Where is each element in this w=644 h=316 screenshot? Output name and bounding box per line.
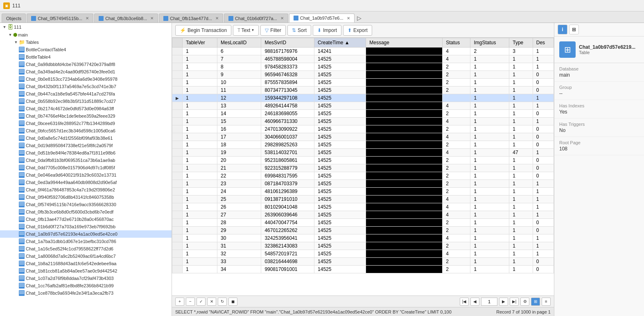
table-row[interactable]: 113489264144758145254111 bbox=[172, 102, 554, 110]
tree-item-table[interactable]: Chat_0dd7705c008e0157906d4d97c1df085f bbox=[0, 164, 172, 171]
tree-item-main[interactable]: ▼ ⬢ main bbox=[0, 31, 172, 39]
tab-chat5[interactable]: Chat_1a0b97d57e6... ✕ bbox=[289, 14, 355, 23]
tree-item-table[interactable]: Chat_0fb3b3ce6b8d0cf5600d3cbd6b7e0edf bbox=[0, 208, 172, 216]
table-row[interactable]: 111807347713045145252110 bbox=[172, 86, 554, 94]
table-row[interactable]: 130324253956041145254111 bbox=[172, 234, 554, 242]
discard-button[interactable]: ✕ bbox=[207, 298, 216, 306]
table-row[interactable]: 116247013090922145252110 bbox=[172, 125, 554, 133]
col-header-des[interactable]: Des bbox=[533, 38, 554, 48]
col-header-tableVer[interactable]: TableVer bbox=[183, 38, 217, 48]
tab-close-1[interactable]: ✕ bbox=[86, 16, 89, 20]
tree-item-table[interactable]: Chat_0f461a786487853c4a7c19d2f39806e2 bbox=[0, 186, 172, 193]
table-row[interactable]: 123087184703379145252111 bbox=[172, 180, 554, 188]
settings-button[interactable]: ⚙ bbox=[520, 298, 529, 306]
apply-button[interactable]: ✓ bbox=[197, 298, 206, 306]
tree-item-table[interactable]: Chat_1b8a211688d43ad1fc6e542edebee9aa bbox=[0, 260, 172, 267]
last-page-button[interactable]: ▶| bbox=[510, 298, 519, 306]
tree-item-table[interactable]: Chat_0b74766ef4bc1de9ebee359a2feee329 bbox=[0, 112, 172, 120]
info-icon-btn[interactable]: i bbox=[558, 25, 567, 34]
tabs-overflow[interactable]: ▷ bbox=[355, 14, 363, 23]
tree-item-table[interactable]: Chat_0bcee6316fe288952c77fb1344289bd9 bbox=[0, 120, 172, 127]
table-row[interactable]: 133038216444698145252110 bbox=[172, 258, 554, 266]
tree-item-table[interactable]: Chat_1b81ccb81a5b84a0ee57ae0c9d442542 bbox=[0, 267, 172, 275]
col-header-mesSvrID[interactable]: MesSvrID bbox=[261, 38, 314, 48]
tree-item-table[interactable]: Chat_0ed3a9944e49aa640db9808d2d90e5af bbox=[0, 179, 172, 186]
table-row[interactable]: 129467012265262145252110 bbox=[172, 227, 554, 234]
tree-item-table[interactable]: BottleContactTable4 bbox=[0, 46, 172, 53]
col-header-createTime[interactable]: CreateTime ▲ bbox=[314, 38, 366, 48]
table-row[interactable]: 121922315288779145252110 bbox=[172, 164, 554, 172]
page-number-input[interactable] bbox=[481, 298, 497, 306]
tree-item-table[interactable]: Chat_1a16c5ed52f4c1cd79558622ff77d2d6 bbox=[0, 245, 172, 252]
tree-item-table[interactable]: Chat_0b432b0f1137a5469a7e5c3cd741e3b7 bbox=[0, 83, 172, 90]
table-row[interactable]: 127263906039646145254111 bbox=[172, 211, 554, 219]
col-header-message[interactable]: Message bbox=[366, 38, 443, 48]
first-page-button[interactable]: |◀ bbox=[460, 298, 469, 306]
prev-page-button[interactable]: ◀ bbox=[470, 298, 479, 306]
next-page-button[interactable]: ▶ bbox=[499, 298, 508, 306]
import-button[interactable]: ⬇ Import bbox=[313, 25, 341, 36]
tree-item-table[interactable]: Chat_0b0e8153cc7234ab6a6d9e3408e95978 bbox=[0, 75, 172, 83]
table-row[interactable]: 120952318605861145252110 bbox=[172, 157, 554, 164]
tree-item-table[interactable]: Chat_1ce878bc9a6934fe2e34f1a3eca2fb73 bbox=[0, 289, 172, 297]
table-row[interactable]: 126801029041048145254111 bbox=[172, 203, 554, 211]
table-row[interactable]: 17465788598004145254111 bbox=[172, 55, 554, 63]
table-row[interactable]: 134990817091001145252110 bbox=[172, 266, 554, 273]
stop-button[interactable]: ◼ bbox=[228, 298, 237, 306]
col-header-mesLocalID[interactable]: MesLocalID bbox=[217, 38, 261, 48]
tree-toggle-db[interactable]: ▼ bbox=[2, 24, 7, 30]
tree-item-db[interactable]: ▼ 🗄 111 bbox=[0, 23, 172, 31]
grid-view-button[interactable]: ⊞ bbox=[531, 298, 540, 306]
export-button[interactable]: ⬆ Export bbox=[343, 25, 372, 36]
tree-item-table[interactable]: Chat_0d0a8e5c74d1f2556bf09faf93b38e61 bbox=[0, 134, 172, 142]
table-row[interactable]: 16988167176976142414231 bbox=[172, 48, 554, 55]
tree-item-table[interactable]: Chat_1c07a2d76f9b8ddaa7cf29af473b4303 bbox=[0, 275, 172, 282]
tree-toggle-tables[interactable]: ▼ bbox=[13, 39, 19, 45]
tab-chat1[interactable]: Chat_0f574945115b... ✕ bbox=[27, 14, 93, 23]
sort-button[interactable]: ⇅ Sort bbox=[287, 25, 311, 36]
tree-item-table[interactable]: Chat_0d19d8950847338ef21e5f8fc2a0579f bbox=[0, 142, 172, 149]
tree-item-table[interactable]: Chat_1cc76afb2af81e8bd8fe2366b8421b99 bbox=[0, 282, 172, 289]
table-row[interactable]: 115460966731330145254111 bbox=[172, 118, 554, 125]
table-row[interactable]: 117304066001037145254110 bbox=[172, 133, 554, 141]
table-row[interactable]: 122699848317595145252110 bbox=[172, 172, 554, 180]
tab-close-4[interactable]: ✕ bbox=[280, 16, 284, 20]
tree-toggle-main[interactable]: ▼ bbox=[7, 32, 13, 38]
add-record-button[interactable]: + bbox=[175, 298, 184, 306]
table-row[interactable]: 114246183698055145252110 bbox=[172, 110, 554, 118]
tab-objects[interactable]: Objects bbox=[2, 14, 26, 23]
table-row[interactable]: 132548572019721145254111 bbox=[172, 250, 554, 258]
filter-button[interactable]: ▽ Filter bbox=[260, 25, 286, 36]
tree-item-table[interactable]: Chat_0d51b9e84f4e78384ed8a7f1811e98b6 bbox=[0, 149, 172, 157]
tab-chat3[interactable]: Chat_0fb13ae477d... ✕ bbox=[159, 14, 223, 23]
table-container[interactable]: TableVer MesLocalID MesSvrID CreateTime … bbox=[172, 38, 554, 296]
tree-item-table[interactable]: Chat_0a98dbbbfd4cbe7639677420e379a8f8 bbox=[0, 61, 172, 68]
tree-item-table[interactable]: BottleTable4 bbox=[0, 53, 172, 61]
table-row[interactable]: 124481061296389145252111 bbox=[172, 188, 554, 196]
tree-item-table[interactable]: Chat_1a7ba31dbb1d067e1e1befbc310cd786 bbox=[0, 238, 172, 245]
tree-item-table[interactable]: Chat_0da9fb81b3bf0695351ca73b6a1ae9ab bbox=[0, 157, 172, 164]
tree-item-table[interactable]: Chat_0b447ca1b8e9a5457bfe441a7cd276fa bbox=[0, 90, 172, 98]
table-row[interactable]: 118298289825263145252110 bbox=[172, 141, 554, 149]
table-row[interactable]: 125091387191010145254111 bbox=[172, 196, 554, 203]
delete-record-button[interactable]: − bbox=[186, 298, 195, 306]
tab-chat4[interactable]: Chat_01b6d0f727a... ✕ bbox=[224, 14, 288, 23]
tree-item-table[interactable]: Chat_0fb13ae477d2e6710b28a0c456870ac bbox=[0, 216, 172, 223]
panel-icon-2[interactable]: ⊞ bbox=[569, 25, 579, 34]
tree-item-table[interactable]: Chat_0f574945115b7416e9acc93566628330 bbox=[0, 201, 172, 208]
table-row[interactable]: 131323862143083145252111 bbox=[172, 242, 554, 250]
text-button[interactable]: T Text ▼ bbox=[233, 25, 259, 36]
tree-item-table[interactable]: Chat_01b6d0f727a703a169e973eb7f9692bb bbox=[0, 223, 172, 230]
table-row[interactable]: 19965946746328145252110 bbox=[172, 71, 554, 79]
tab-chat2[interactable]: Chat_0fb3b3ce6b8... ✕ bbox=[94, 14, 158, 23]
tree-item-table[interactable]: Chat_0bfcc5657d1ec3b346d598c1005d0ca6 bbox=[0, 127, 172, 134]
col-header-imgStatus[interactable]: ImgStatus bbox=[470, 38, 509, 48]
tree-item-table[interactable]: Chat_0b2174c4672de0dfd573d0e0984a63ff bbox=[0, 105, 172, 112]
col-header-type[interactable]: Type bbox=[509, 38, 533, 48]
tree-item-table[interactable]: Chat_0a349ad4e2c4aa90df926740e3fee0d1 bbox=[0, 68, 172, 75]
begin-transaction-button[interactable]: ⚡ Begin Transaction bbox=[175, 25, 231, 36]
tree-item-table[interactable]: Chat_0b558b92ec98b3b5f131d51889c7cd27 bbox=[0, 98, 172, 105]
tab-close-2[interactable]: ✕ bbox=[150, 16, 154, 20]
table-row[interactable]: 110875557835894145252110 bbox=[172, 79, 554, 86]
form-view-button[interactable]: ≡ bbox=[542, 298, 551, 306]
